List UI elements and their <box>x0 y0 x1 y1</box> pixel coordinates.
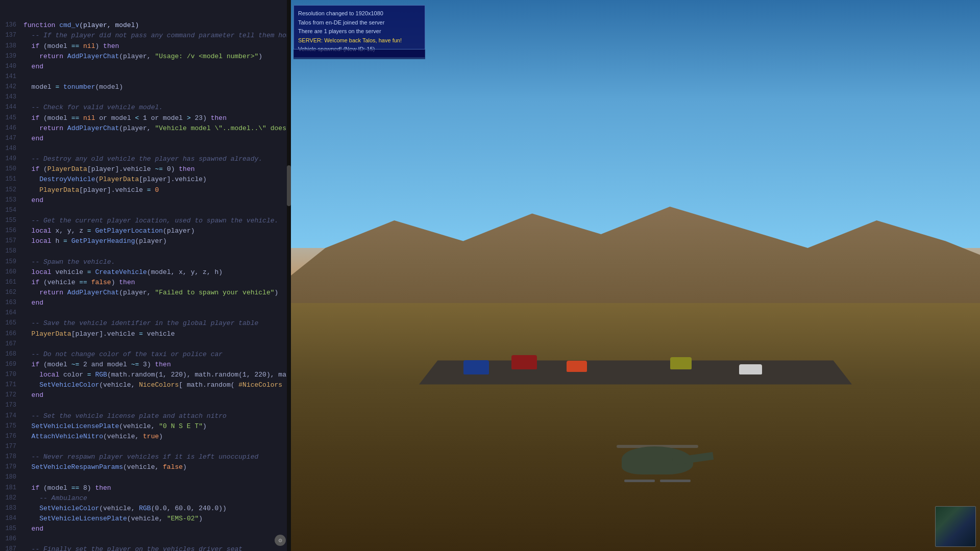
code-line: 150 if (PlayerData[player].vehicle ~= 0)… <box>0 164 291 174</box>
line-content <box>21 72 291 82</box>
chat-line: There are 1 players on the server <box>298 27 421 36</box>
line-content: PlayerData[player].vehicle = vehicle <box>21 329 291 339</box>
line-content: SetVehicleColor(vehicle, NiceColors[ mat… <box>21 380 291 390</box>
chat-input-bar <box>293 49 425 59</box>
code-line: 156 local x, y, z = GetPlayerLocation(pl… <box>0 226 291 236</box>
line-number: 142 <box>0 82 21 92</box>
line-number: 157 <box>0 236 21 246</box>
code-line: 153 end <box>0 195 291 206</box>
vehicle-blue-truck <box>463 360 489 374</box>
code-line: 165 -- Save the vehicle identifier in th… <box>0 318 291 329</box>
line-content: end <box>21 195 291 206</box>
line-content: if (vehicle == false) then <box>21 278 291 288</box>
line-content: -- Destroy any old vehicle the player ha… <box>21 154 291 164</box>
line-number: 182 <box>0 493 21 503</box>
code-line: 164 <box>0 308 291 318</box>
line-content: PlayerData[player].vehicle = 0 <box>21 185 291 195</box>
line-content <box>21 92 291 103</box>
line-content: if (PlayerData[player].vehicle ~= 0) the… <box>21 164 291 174</box>
code-line: 144 -- Check for valid vehicle model. <box>0 103 291 113</box>
line-content: DestroyVehicle(PlayerData[player].vehicl… <box>21 174 291 185</box>
code-line: 175 SetVehicleLicensePlate(vehicle, "0 N… <box>0 421 291 432</box>
code-line: 149 -- Destroy any old vehicle the playe… <box>0 154 291 164</box>
line-number: 166 <box>0 329 21 339</box>
scrollbar-thumb[interactable] <box>287 165 291 206</box>
code-line: 152 PlayerData[player].vehicle = 0 <box>0 185 291 195</box>
line-content: -- If the player did not pass any comman… <box>21 31 291 41</box>
line-number: 153 <box>0 195 21 205</box>
line-number: 179 <box>0 462 21 472</box>
scrollbar[interactable] <box>287 0 291 551</box>
code-line: 183 SetVehicleColor(vehicle, RGB(0.0, 60… <box>0 504 291 514</box>
line-number: 154 <box>0 206 21 215</box>
line-number: 141 <box>0 72 21 82</box>
line-number: 158 <box>0 246 21 256</box>
code-line: 158 <box>0 246 291 257</box>
line-content: return AddPlayerChat(player, "Vehicle mo… <box>21 123 291 134</box>
code-line: 157 local h = GetPlayerHeading(player) <box>0 236 291 246</box>
chat-line: SERVER: Welcome back Talos, have fun! <box>298 36 421 45</box>
code-line: 146 return AddPlayerChat(player, "Vehicl… <box>0 123 291 134</box>
code-line: 174 -- Set the vehicle license plate and… <box>0 411 291 421</box>
line-number: 162 <box>0 288 21 297</box>
code-line: 147 end <box>0 134 291 144</box>
line-content: end <box>21 62 291 72</box>
code-line: 143 <box>0 92 291 103</box>
code-line: 173 <box>0 400 291 411</box>
code-line: 179 SetVehicleRespawnParams(vehicle, fal… <box>0 462 291 472</box>
line-number: 150 <box>0 164 21 174</box>
line-number: 155 <box>0 216 21 226</box>
line-content: model = tonumber(model) <box>21 82 291 92</box>
app-layout: 136function cmd_v(player, model)137 -- I… <box>0 0 980 551</box>
line-content: -- Set the vehicle license plate and att… <box>21 411 291 421</box>
code-line: 171 SetVehicleColor(vehicle, NiceColors[… <box>0 380 291 390</box>
code-line: 168 -- Do not change color of the taxi o… <box>0 349 291 360</box>
line-number: 143 <box>0 92 21 102</box>
code-line: 160 local vehicle = CreateVehicle(model,… <box>0 267 291 278</box>
code-line: 182 -- Ambulance <box>0 493 291 504</box>
minimap <box>935 506 976 547</box>
line-content: if (model == nil) then <box>21 41 291 52</box>
line-number: 151 <box>0 174 21 184</box>
line-content: end <box>21 390 291 400</box>
line-number: 177 <box>0 442 21 452</box>
code-line: 139 return AddPlayerChat(player, "Usage:… <box>0 52 291 62</box>
line-number: 176 <box>0 432 21 441</box>
line-number: 167 <box>0 339 21 349</box>
line-number: 165 <box>0 318 21 328</box>
line-number: 147 <box>0 134 21 143</box>
line-number: 169 <box>0 360 21 369</box>
line-number: 145 <box>0 113 21 123</box>
code-line: 148 <box>0 144 291 154</box>
line-number: 181 <box>0 483 21 493</box>
settings-icon[interactable]: ⚙ <box>275 535 286 546</box>
line-number: 156 <box>0 226 21 236</box>
line-number: 183 <box>0 504 21 513</box>
line-number: 160 <box>0 267 21 277</box>
line-content: local h = GetPlayerHeading(player) <box>21 236 291 246</box>
line-number: 173 <box>0 400 21 410</box>
line-content <box>21 339 291 349</box>
line-content: SetVehicleColor(vehicle, RGB(0.0, 60.0, … <box>21 504 291 514</box>
code-line: 155 -- Get the current player location, … <box>0 216 291 226</box>
line-number: 149 <box>0 154 21 164</box>
code-line: 163 end <box>0 298 291 308</box>
line-content <box>21 400 291 411</box>
line-content: -- Check for valid vehicle model. <box>21 103 291 113</box>
line-number: 187 <box>0 544 21 551</box>
code-line: 154 <box>0 206 291 216</box>
code-line: 176 AttachVehicleNitro(vehicle, true) <box>0 432 291 442</box>
vehicle-red <box>511 355 537 369</box>
game-scene: Resolution changed to 1920x1080Talos fro… <box>291 0 980 551</box>
code-line: 167 <box>0 339 291 349</box>
code-line: 141 <box>0 72 291 82</box>
code-line: 172 end <box>0 390 291 400</box>
line-content: if (model == nil or model < 1 or model >… <box>21 113 291 123</box>
helicopter-skid-left <box>624 480 655 482</box>
line-number: 136 <box>0 20 21 30</box>
line-content: -- Spawn the vehicle. <box>21 257 291 267</box>
line-number: 144 <box>0 103 21 112</box>
line-number: 137 <box>0 31 21 40</box>
line-content: local x, y, z = GetPlayerLocation(player… <box>21 226 291 236</box>
line-number: 146 <box>0 123 21 133</box>
